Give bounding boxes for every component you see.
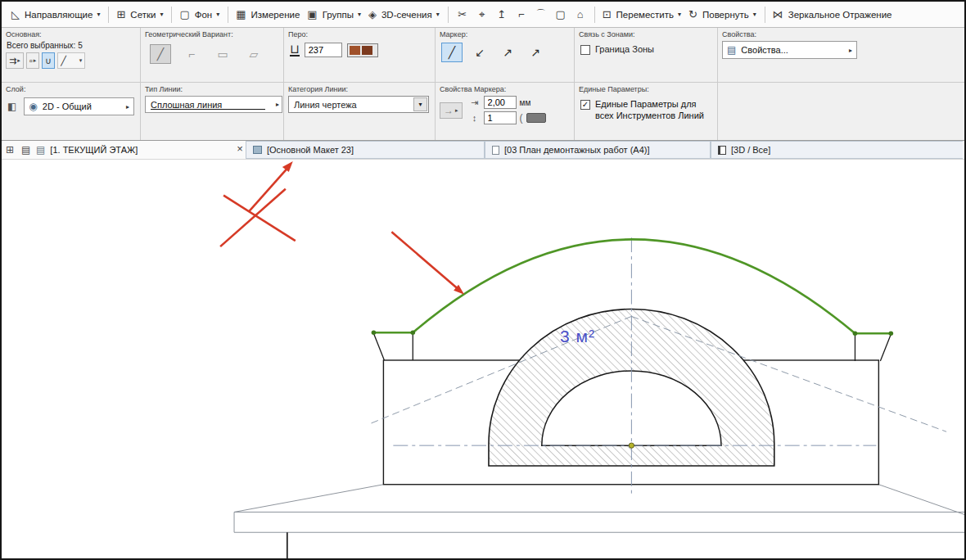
groups-label: Группы: [323, 10, 354, 20]
uniform-settings-label: Единые Параметры для всех Инструментов Л…: [595, 99, 711, 122]
frame-tool-button[interactable]: ▢: [551, 6, 571, 24]
grids-button[interactable]: Сетки ▾: [126, 7, 167, 22]
rotate-button[interactable]: Повернуть ▾: [698, 7, 761, 22]
panel-uniform-settings: Единые Параметры: ✓ Единые Параметры для…: [575, 83, 718, 140]
marker-count-input[interactable]: [484, 111, 517, 124]
panel-uniform-title: Единые Параметры:: [579, 85, 713, 93]
favorites-button[interactable]: ⇉ ▸: [6, 52, 24, 69]
geometry-rectangle-button[interactable]: ▭: [212, 44, 233, 64]
chevron-right-icon: ▸: [455, 107, 458, 114]
mirror-button[interactable]: Зеркальное Отражение: [784, 7, 896, 22]
layer-button[interactable]: ◉ 2D - Общий ▸: [24, 97, 134, 115]
layer-icon: ◧: [7, 101, 16, 112]
line-tool-variant-button[interactable]: ╱ ▾: [57, 52, 85, 69]
marker-none-button[interactable]: ╱: [441, 43, 463, 62]
grid-icon: ⊞: [116, 8, 125, 20]
toolbar-separator: [108, 7, 109, 23]
measure-button[interactable]: Измерение: [247, 7, 305, 22]
marker-end-arrow-button[interactable]: ↗: [497, 43, 518, 62]
geometry-polyline-button[interactable]: ⌐: [181, 44, 202, 64]
paren-glyph: (: [520, 112, 523, 124]
toolbar-separator: [448, 7, 449, 23]
pen-color-1: [350, 46, 360, 55]
line-category-select[interactable]: Линия чертежа ▾: [288, 96, 429, 113]
toolbar-separator: [765, 7, 765, 23]
window-overview-icon[interactable]: ⊞: [6, 144, 14, 156]
panel-geometry-variant: Геометрический Вариант: ╱ ⌐ ▭ ▱: [141, 28, 284, 83]
background-label: Фон: [195, 10, 213, 20]
center-node[interactable]: [629, 443, 634, 448]
groups-button[interactable]: Группы ▾: [318, 7, 365, 22]
pen-number-input[interactable]: [305, 43, 342, 57]
tab-3d[interactable]: [3D / Все]: [711, 141, 963, 159]
selection-mode-button[interactable]: ▫ ▸: [26, 52, 39, 69]
pen-color-swatch[interactable]: [347, 43, 378, 57]
3d-sections-icon: ◈: [368, 8, 377, 20]
marker-size-button[interactable]: → ▸: [440, 102, 463, 119]
background-button[interactable]: Фон ▾: [191, 7, 224, 22]
properties-button-label: Свойства...: [741, 45, 844, 55]
chevron-down-icon: ▾: [79, 57, 83, 64]
panel-line-category-title: Категория Линии:: [288, 85, 431, 93]
marker-length-input[interactable]: [484, 96, 517, 109]
red-arrow-to-tab[interactable]: [249, 161, 293, 211]
fit-button[interactable]: ↥: [492, 6, 512, 24]
zoom-button[interactable]: ⌖: [472, 6, 492, 24]
base-slab-lines[interactable]: [234, 485, 964, 533]
measure-label: Измерение: [251, 10, 300, 20]
drawing-canvas[interactable]: 3 м²: [2, 160, 964, 558]
fillet-tool-button[interactable]: ⌒: [531, 6, 551, 24]
chevron-right-icon: ▸: [126, 103, 129, 111]
3d-sections-label: 3D-сечения: [381, 10, 432, 20]
panel-properties-title: Свойства:: [722, 30, 960, 38]
close-tab-button[interactable]: ×: [233, 142, 246, 156]
drawing-icon: [492, 146, 499, 155]
arrange-icon: ⇉: [9, 56, 16, 66]
panel-geometry-title: Геометрический Вариант:: [145, 30, 279, 38]
geometry-rotated-rectangle-button[interactable]: ▱: [243, 44, 264, 64]
groups-icon: ▣: [307, 8, 317, 20]
checkbox-checked: ✓: [580, 100, 590, 110]
home-button[interactable]: ⌂: [571, 6, 590, 24]
marker-start-arrow-button[interactable]: ↙: [469, 43, 490, 62]
line-type-combo[interactable]: Сплошная линия ▸: [145, 96, 282, 113]
panel-marker-title: Маркер:: [440, 30, 570, 38]
marker-both-arrows-button[interactable]: ↗: [525, 43, 546, 62]
mirror-label: Зеркальное Отражение: [788, 10, 892, 20]
red-cross-mark[interactable]: [220, 189, 296, 246]
floor-plan-icon: ▤: [36, 144, 45, 156]
marker-fields: ⇥ мм ↕ (: [469, 96, 546, 124]
zone-boundary-checkbox[interactable]: Граница Зоны: [579, 41, 713, 58]
zone-boundary-label: Граница Зоны: [595, 44, 654, 54]
tab-current-floor[interactable]: ▤ [1. ТЕКУЩИЙ ЭТАЖ]: [36, 141, 138, 159]
tab-demolition-plan[interactable]: [03 План демонтажных работ (А4)]: [485, 141, 711, 159]
measure-icon: ▦: [236, 8, 246, 20]
zone-area-label[interactable]: 3 м²: [560, 327, 595, 346]
cut-button[interactable]: ✂: [453, 6, 472, 24]
mirror-icon: ⋈: [773, 8, 783, 20]
panel-zone-link: Связь с Зонами: Граница Зоны: [575, 28, 718, 83]
panel-main: Основная: Всего выбранных: 5 ⇉ ▸ ▫ ▸ ∪ ╱…: [2, 28, 141, 83]
properties-button[interactable]: ▤ Свойства... ▸: [722, 41, 857, 59]
uniform-settings-checkbox[interactable]: ✓ Единые Параметры для всех Инструментов…: [579, 96, 713, 125]
tab-3d-label: [3D / Все]: [731, 145, 770, 155]
chevron-right-icon: ▸: [17, 57, 20, 64]
project-navigator-icon[interactable]: ▤: [21, 144, 30, 156]
guides-button[interactable]: Направляющие ▾: [20, 7, 104, 22]
chevron-glyph: ▾: [418, 101, 422, 108]
guides-label: Направляющие: [25, 10, 93, 20]
move-button[interactable]: Переместить ▾: [612, 7, 685, 22]
corner-tool-button[interactable]: ⌐: [512, 6, 531, 24]
tab-bar: ⊞ ▤ ▤ [1. ТЕКУЩИЙ ЭТАЖ] × [Основной Маке…: [2, 141, 964, 160]
tab-layout[interactable]: [Основной Макет 23]: [246, 141, 485, 159]
arrow-end-icon: ↗: [503, 46, 512, 59]
3d-sections-button[interactable]: 3D-сечения ▾: [377, 7, 444, 22]
red-arrow-to-spline[interactable]: [391, 232, 464, 294]
chevron-down-icon: ▾: [753, 11, 756, 18]
pen-color-2: [362, 46, 372, 55]
tab-current-floor-label: [1. ТЕКУЩИЙ ЭТАЖ]: [50, 145, 138, 155]
geometry-single-line-button[interactable]: ╱: [150, 44, 171, 64]
marker-slider[interactable]: [526, 113, 546, 123]
selected-count: Всего выбранных: 5: [7, 41, 136, 50]
magnet-toggle-button[interactable]: ∪: [42, 52, 55, 69]
